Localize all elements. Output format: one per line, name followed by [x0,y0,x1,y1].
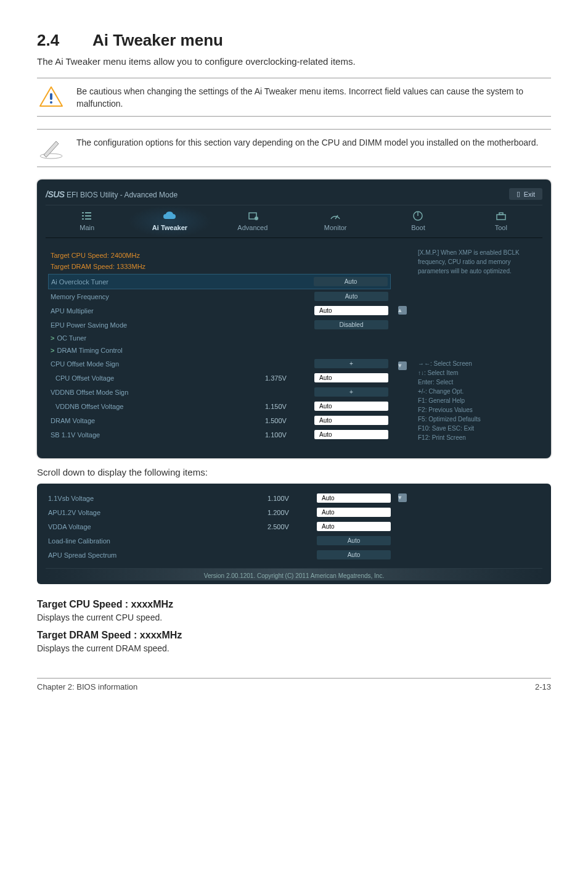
row-memory-frequency[interactable]: Memory Frequency Auto [48,289,391,303]
row-epu-power-saving[interactable]: EPU Power Saving Mode Disabled [48,318,391,332]
tab-advanced-label: Advanced [237,224,267,231]
help-key-f5: F5: Optimized Defaults [418,415,537,424]
tab-main[interactable]: Main [46,205,128,237]
vsb-v-label: 1.1Vsb Voltage [48,495,267,502]
help-key-f12: F12: Print Screen [418,433,537,442]
vddnb-sign-value[interactable]: + [314,387,388,397]
bios-help-panel: [X.M.P.] When XMP is enabled BCLK freque… [413,244,542,446]
bios-header: /SUS EFI BIOS Utility - Advanced Mode ▯ … [46,186,542,205]
help-key-f1: F1: General Help [418,396,537,405]
scrollbar-2[interactable]: ▾ [398,491,408,562]
desc-target-cpu-speed: Displays the current CPU speed. [37,613,551,622]
gauge-icon [329,210,341,221]
svg-rect-3 [82,212,84,213]
spread-value[interactable]: Auto [317,550,391,559]
pen-icon [37,136,65,160]
scrollbar[interactable]: ▴ ▾ [398,244,408,446]
sb-v-label: SB 1.1V Voltage [51,431,265,439]
tab-ai-tweaker[interactable]: Ai Tweaker [128,205,211,237]
footer-page-number: 2-13 [535,682,551,691]
vddnb-v-value[interactable]: Auto [314,402,388,411]
row-oc-tuner[interactable]: > OC Tuner [48,332,391,344]
tab-advanced[interactable]: Advanced [211,205,294,237]
svg-rect-4 [85,212,91,213]
tab-ai-label: Ai Tweaker [152,224,187,231]
target-dram-speed: Target DRAM Speed: 1333MHz [51,263,391,270]
page-footer: Chapter 2: BIOS information 2-13 [37,678,551,691]
cpu-offset-v-value[interactable]: Auto [314,373,388,382]
vddnb-v-label: VDDNB Offset Voltage [51,403,265,410]
row-cpu-offset-sign[interactable]: CPU Offset Mode Sign + [48,357,391,371]
svg-rect-6 [85,215,91,217]
cpu-offset-sign-value[interactable]: + [314,359,388,368]
exit-button[interactable]: ▯ Exit [509,188,542,200]
bios-screenshot-scrolled: 1.1Vsb Voltage 1.100V Auto APU1.2V Volta… [37,484,551,584]
row-vddnb-offset-voltage[interactable]: VDDNB Offset Voltage 1.150V Auto [48,399,391,413]
apu-multiplier-value[interactable]: Auto [314,306,388,315]
scroll-down-handle-2[interactable]: ▾ [398,493,407,502]
target-cpu-speed: Target CPU Speed: 2400MHz [51,252,391,259]
vdda-label: VDDA Voltage [48,523,267,530]
vsb-v-value[interactable]: Auto [317,493,391,503]
row-vdda-voltage[interactable]: VDDA Voltage 2.500V Auto [46,519,393,534]
sb-v-value[interactable]: Auto [314,430,388,439]
row-dram-timing-control[interactable]: > DRAM Timing Control [48,344,391,357]
row-ai-overclock-tuner[interactable]: Ai Overclock Tuner Auto [48,274,391,289]
help-key-select-screen: →←: Select Screen [418,359,537,368]
svg-rect-5 [82,215,84,217]
ai-overclock-label: Ai Overclock Tuner [51,278,264,286]
list-icon [81,210,93,221]
tab-boot[interactable]: Boot [377,205,459,237]
sb-v-mid: 1.100V [265,431,314,439]
row-apu-spread-spectrum[interactable]: APU Spread Spectrum Auto [46,548,393,562]
bios-title: /SUS EFI BIOS Utility - Advanced Mode [46,189,178,199]
svg-rect-14 [497,215,505,220]
epu-value[interactable]: Disabled [314,320,388,329]
help-panel-empty [413,491,542,562]
row-dram-voltage[interactable]: DRAM Voltage 1.500V Auto [48,413,391,427]
bios-tabs: Main Ai Tweaker Advanced Monitor Boot To… [46,205,542,238]
svg-point-10 [255,217,258,220]
svg-rect-15 [499,213,503,215]
row-apu-multiplier[interactable]: APU Multiplier Auto [48,303,391,318]
bios-utility-title: EFI BIOS Utility - Advanced Mode [67,191,178,199]
chevron-right-icon: > [51,334,54,342]
toolbox-icon [495,210,507,221]
help-key-select-item: ↑↓: Select Item [418,368,537,377]
intro-paragraph: The Ai Tweaker menu items allow you to c… [37,56,551,67]
memory-frequency-value[interactable]: Auto [314,292,388,301]
help-key-change: +/-: Change Opt. [418,387,537,396]
llc-value[interactable]: Auto [317,536,391,545]
apu12v-value[interactable]: Auto [317,508,391,517]
row-apu1-2v-voltage[interactable]: APU1.2V Voltage 1.200V Auto [46,505,393,519]
dram-v-label: DRAM Voltage [51,417,265,424]
row-load-line-calibration[interactable]: Load-line Calibration Auto [46,534,393,548]
vddnb-sign-label: VDDNB Offset Mode Sign [51,389,265,396]
row-vddnb-offset-sign[interactable]: VDDNB Offset Mode Sign + [48,385,391,399]
vdda-value[interactable]: Auto [317,522,391,531]
scroll-down-handle[interactable]: ▾ [398,361,407,370]
help-key-enter: Enter: Select [418,377,537,387]
row-sb-voltage[interactable]: SB 1.1V Voltage 1.100V Auto [48,427,391,442]
chip-icon [247,210,259,221]
svg-rect-7 [82,218,84,220]
apu-multiplier-label: APU Multiplier [51,307,265,315]
row-1-1vsb-voltage[interactable]: 1.1Vsb Voltage 1.100V Auto [46,491,393,505]
scroll-up-handle[interactable]: ▴ [398,306,407,315]
tab-boot-label: Boot [411,224,425,231]
dram-timing-label: DRAM Timing Control [57,347,388,354]
tab-tool-label: Tool [495,224,507,231]
ai-overclock-value[interactable]: Auto [314,277,388,286]
scroll-down-note: Scroll down to display the following ite… [37,467,551,477]
tab-tool[interactable]: Tool [460,205,542,237]
dram-v-value[interactable]: Auto [314,416,388,425]
svg-point-1 [50,101,52,104]
apu12v-mid: 1.200V [267,509,317,516]
heading-target-cpu-speed: Target CPU Speed : xxxxMHz [37,599,551,610]
tab-monitor[interactable]: Monitor [294,205,377,237]
info-text: The configuration options for this secti… [76,136,538,149]
svg-rect-0 [50,93,52,100]
chevron-right-icon: > [51,347,54,354]
row-cpu-offset-voltage[interactable]: CPU Offset Voltage 1.375V Auto [48,371,391,385]
cpu-offset-sign-label: CPU Offset Mode Sign [51,360,265,368]
